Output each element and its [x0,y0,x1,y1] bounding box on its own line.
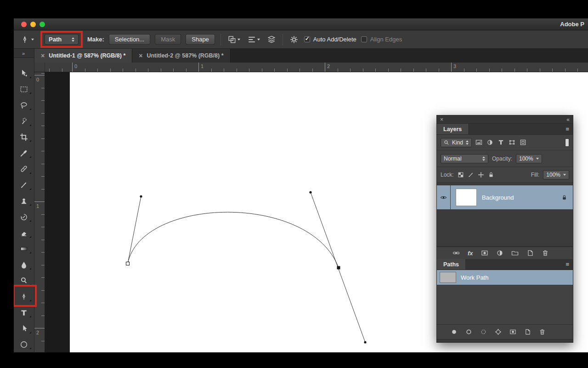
delete-layer-trash-icon[interactable] [542,249,549,257]
opacity-combo[interactable]: 100% [516,154,542,163]
minimize-window-button[interactable] [30,22,36,27]
smart-object-filter-icon[interactable] [520,139,526,146]
close-window-button[interactable] [21,22,27,27]
panel-menu-icon[interactable]: ≡ [562,124,573,134]
direction-handle-point[interactable] [309,191,311,193]
stepper-icon [72,37,74,42]
document-tab-bar: × Untitled-1 @ 587% (RGB/8) * × Untitled… [34,49,588,63]
ellipse-tool[interactable] [14,337,34,352]
document-tab-untitled-2[interactable]: × Untitled-2 @ 587% (RGB/8) * [132,49,230,63]
chevron-down-icon [237,39,240,40]
ruler-major-tick [72,63,73,72]
path-arrangement-button[interactable] [266,34,277,45]
fill-combo[interactable]: 100% [543,170,569,179]
make-work-path-icon[interactable] [495,328,502,335]
blend-mode-combo[interactable]: Normal [441,154,488,163]
layer-visibility-toggle[interactable] [437,185,451,209]
add-layer-mask-icon[interactable] [481,249,488,257]
paths-bottom-bar [437,324,573,339]
direction-handle-point[interactable] [364,341,366,343]
align-edges-label: Align Edges [370,36,402,43]
path-operations-button[interactable] [226,34,242,45]
filter-kind-combo[interactable]: Kind [441,138,472,147]
chevron-down-icon [31,39,34,40]
tab-paths[interactable]: Paths [437,259,465,270]
document-tab-untitled-1[interactable]: × Untitled-1 @ 587% (RGB/8) * [34,49,132,63]
tab-layers[interactable]: Layers [437,124,468,134]
clone-stamp-tool[interactable] [14,193,34,209]
layer-row-background[interactable]: Background [437,185,573,209]
close-icon[interactable]: × [41,52,45,59]
blur-tool[interactable] [14,257,34,273]
pixel-layer-filter-icon[interactable] [475,139,482,146]
ruler-number: 1 [36,203,39,209]
tool-preset-picker[interactable] [18,34,36,45]
collapse-panel-icon[interactable]: « [566,116,570,123]
lasso-tool[interactable] [14,97,34,113]
spot-healing-brush-tool[interactable] [14,161,34,177]
stroke-path-icon[interactable] [465,328,472,335]
eyedropper-tool[interactable] [14,145,34,161]
add-mask-icon[interactable] [509,328,516,335]
path-alignment-button[interactable] [246,34,261,45]
rectangular-marquee-tool[interactable] [14,81,34,98]
pen-settings-button[interactable] [288,34,300,45]
document-tab-label: Untitled-2 @ 587% (RGB/8) * [147,52,223,59]
lock-transparency-icon[interactable] [458,172,464,178]
adjustment-layer-icon[interactable] [496,249,503,257]
anchor-point-selected[interactable] [337,266,340,270]
fill-path-icon[interactable] [451,328,458,335]
gradient-tool[interactable] [14,241,34,257]
path-mode-combo[interactable]: Path [45,34,79,45]
close-icon[interactable]: × [440,116,443,123]
tool-strip-collapse[interactable]: » [14,49,34,58]
auto-add-delete-checkbox[interactable] [304,36,310,42]
eye-icon [440,194,447,201]
ruler-corner [34,63,45,72]
close-icon[interactable]: × [139,52,142,59]
zoom-window-button[interactable] [40,22,45,27]
make-mask-button[interactable]: Mask [155,34,181,45]
panel-resize-grip[interactable] [437,339,573,342]
type-tool[interactable] [14,305,34,321]
brush-tool[interactable] [14,177,34,193]
adjustment-layer-filter-icon[interactable] [486,139,493,146]
quick-selection-tool[interactable] [14,113,34,129]
delete-path-trash-icon[interactable] [539,328,546,335]
filtering-toggle[interactable] [565,138,569,147]
path-selection-tool[interactable] [14,321,34,337]
ruler-major-tick [198,63,199,72]
make-label: Make: [87,36,104,43]
lock-position-icon[interactable] [478,172,484,178]
align-edges-checkbox[interactable] [361,36,367,42]
eraser-tool[interactable] [14,225,34,241]
lock-all-icon[interactable] [488,172,494,178]
move-tool[interactable] [14,65,34,81]
type-layer-filter-icon[interactable] [498,139,504,146]
lock-pixels-brush-icon[interactable] [468,172,474,178]
anchor-point[interactable] [126,262,130,265]
new-layer-icon[interactable] [526,249,534,257]
layer-style-button[interactable]: fx [468,250,473,257]
layer-filter-buttons [475,139,526,146]
annotation-box-pen-tool [14,285,37,307]
ruler-major-tick [34,75,45,75]
make-selection-button[interactable]: Selection... [109,34,150,45]
layer-list: Background [437,183,573,247]
path-row-work-path[interactable]: Work Path [437,270,573,285]
new-path-icon[interactable] [524,328,531,335]
make-shape-button[interactable]: Shape [186,34,215,45]
new-group-folder-icon[interactable] [511,249,519,257]
load-path-as-selection-icon[interactable] [480,328,487,335]
ruler-major-tick [325,63,325,72]
history-brush-tool[interactable] [14,209,34,225]
bezier-curve[interactable] [128,212,339,268]
path-thumbnail[interactable] [440,272,456,283]
panel-menu-icon[interactable]: ≡ [562,259,573,270]
crop-tool[interactable] [14,129,34,145]
layer-thumbnail[interactable] [456,189,477,206]
shape-layer-filter-icon[interactable] [509,139,515,146]
direction-handle-point[interactable] [140,195,142,197]
ruler-major-tick [451,63,452,72]
link-layers-icon[interactable] [452,249,460,257]
